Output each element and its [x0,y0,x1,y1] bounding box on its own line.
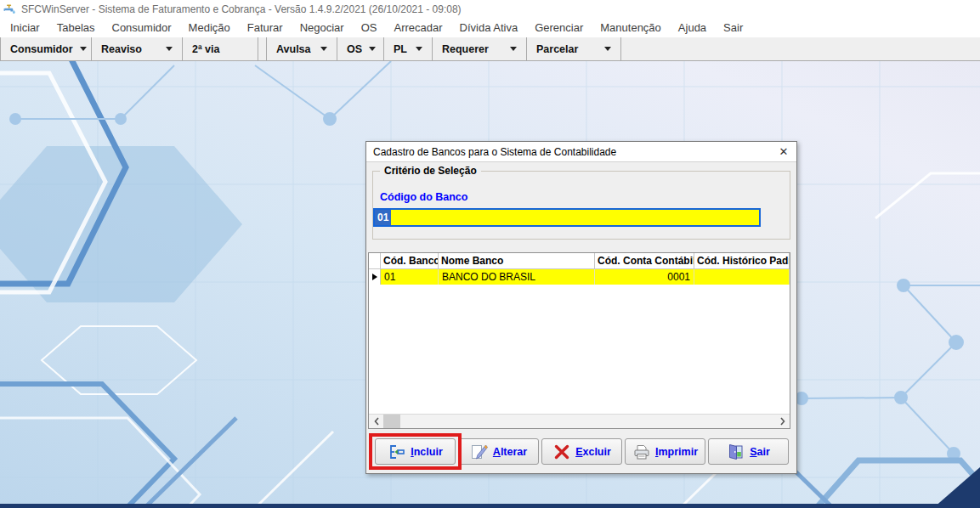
grid-empty-area [369,285,790,414]
menu-item-gerenciar[interactable]: Gerenciar [526,19,592,37]
scrollbar-track[interactable] [400,415,775,428]
dropdown-arrow-icon [166,47,173,51]
dropdown-arrow-icon [416,47,422,51]
scrollbar-thumb[interactable] [383,415,400,428]
bancos-grid: Cód. BancoNome BancoCód. Conta ContábilC… [368,252,790,429]
menu-item-manutencao[interactable]: Manutenção [592,19,670,37]
dropdown-arrow-icon [80,47,87,51]
grid-column-header-cod-conta-contabil[interactable]: Cód. Conta Contábil [595,253,694,268]
menu-item-medicao[interactable]: Medição [180,19,239,37]
faucet-icon [3,3,16,16]
dialog-action-buttons: IncluirAlterarExcluirImprimirSair [375,438,789,465]
codigo-banco-label: Código do Banco [380,191,467,203]
toolbar-button-label: 2ª via [192,43,219,55]
button-label: Imprimir [655,446,698,458]
incluir-icon [388,443,406,461]
excluir-button[interactable]: Excluir [541,438,622,465]
scroll-left-icon[interactable] [369,415,383,428]
grid-cell-cod-conta-contabil: 0001 [595,269,694,285]
sair-button[interactable]: Sair [708,438,789,465]
alterar-button[interactable]: Alterar [458,438,539,465]
grid-cell-cod-historico-padrao [694,269,790,285]
imprimir-button[interactable]: Imprimir [625,438,705,465]
selected-text: 01 [375,210,391,225]
toolbar-button-label: OS [347,43,362,55]
dialog-title: Cadastro de Bancos para o Sistema de Con… [366,146,771,158]
toolbar-button-os[interactable]: OS [337,37,383,60]
grid-column-header-nome-banco[interactable]: Nome Banco [439,253,595,268]
grid-column-header-cod-historico-padrao[interactable]: Cód. Histórico Padrão [694,253,790,268]
menu-item-sair[interactable]: Sair [715,19,751,37]
button-wrap-imprimir: Imprimir [625,438,705,465]
toolbar-button-label: Requerer [442,43,489,55]
dialog-titlebar[interactable]: Cadastro de Bancos para o Sistema de Con… [366,142,796,162]
button-wrap-incluir: Incluir [375,438,456,465]
toolbar-button-label: PL [394,43,407,55]
horizontal-scrollbar[interactable] [369,414,790,428]
menu-item-faturar[interactable]: Faturar [239,19,292,37]
criteria-legend: Critério de Seleção [380,165,481,177]
menu-item-negociar[interactable]: Negociar [292,19,353,37]
incluir-button[interactable]: Incluir [375,438,456,465]
codigo-banco-input[interactable]: 01 [373,208,761,227]
menu-item-divida-ativa[interactable]: Dívida Ativa [451,19,527,37]
menu-item-ajuda[interactable]: Ajuda [670,19,715,37]
button-label: Sair [750,446,770,458]
grid-cell-cod-banco: 01 [381,269,439,285]
table-row[interactable]: 01BANCO DO BRASIL0001 [369,269,790,285]
button-wrap-alterar: Alterar [458,438,539,465]
menu-item-consumidor[interactable]: Consumidor [104,19,180,37]
menu-item-tabelas[interactable]: Tabelas [48,19,104,37]
toolbar-button-avulsa[interactable]: Avulsa [267,37,337,60]
button-label: Alterar [493,446,527,458]
toolbar-gap [258,37,266,60]
excluir-icon [552,443,571,461]
cadastro-bancos-dialog: Cadastro de Bancos para o Sistema de Con… [365,141,797,474]
sair-icon [727,443,745,461]
button-wrap-sair: Sair [708,438,789,465]
toolbar-button-requerer[interactable]: Requerer [433,37,526,60]
grid-cell-nome-banco: BANCO DO BRASIL [439,269,595,285]
current-row-indicator-icon [372,274,377,280]
grid-column-header-cod-banco[interactable]: Cód. Banco [381,253,439,268]
toolbar-button-reaviso[interactable]: Reaviso [92,37,182,60]
menu-item-arrecadar[interactable]: Arrecadar [385,19,450,37]
button-wrap-excluir: Excluir [541,438,622,465]
grid-rows: 01BANCO DO BRASIL0001 [369,269,790,285]
toolbar-button-pl[interactable]: PL [384,37,432,60]
toolbar-button-label: Consumidor [10,43,73,55]
toolbar: ConsumidorReaviso2ª viaAvulsaOSPLRequere… [0,37,980,61]
toolbar-button-parcelar[interactable]: Parcelar [527,37,620,60]
grid-indicator-column [369,253,381,268]
button-label: Excluir [575,446,611,458]
grid-header: Cód. BancoNome BancoCód. Conta ContábilC… [369,253,790,269]
toolbar-button-2-via[interactable]: 2ª via [183,37,258,60]
menu-item-os[interactable]: OS [353,19,386,37]
window-titlebar: SFCWinServer - Sistema de Faturamento e … [0,0,980,19]
dropdown-arrow-icon [369,47,376,51]
desktop: Cadastro de Bancos para o Sistema de Con… [0,61,980,508]
alterar-icon [470,443,489,461]
menu-bar: IniciarTabelasConsumidorMediçãoFaturarNe… [0,19,980,37]
toolbar-button-consumidor[interactable]: Consumidor [1,37,91,60]
application-window: SFCWinServer - Sistema de Faturamento e … [0,0,980,508]
close-icon[interactable]: ✕ [771,142,796,162]
scroll-right-icon[interactable] [775,415,790,428]
toolbar-button-label: Parcelar [536,43,578,55]
criteria-groupbox: Critério de Seleção [372,171,790,240]
menu-item-iniciar[interactable]: Iniciar [2,19,48,37]
dropdown-arrow-icon [510,47,517,51]
row-indicator-cell [369,269,381,285]
dialog-body: Critério de Seleção Código do Banco 01 C… [366,162,796,473]
toolbar-button-label: Avulsa [276,43,311,55]
imprimir-icon [632,443,651,461]
toolbar-separator [620,37,621,60]
window-title: SFCWinServer - Sistema de Faturamento e … [21,3,462,15]
button-label: Incluir [411,446,443,458]
dropdown-arrow-icon [320,47,327,51]
toolbar-button-label: Reaviso [101,43,142,55]
dropdown-arrow-icon [604,47,611,51]
